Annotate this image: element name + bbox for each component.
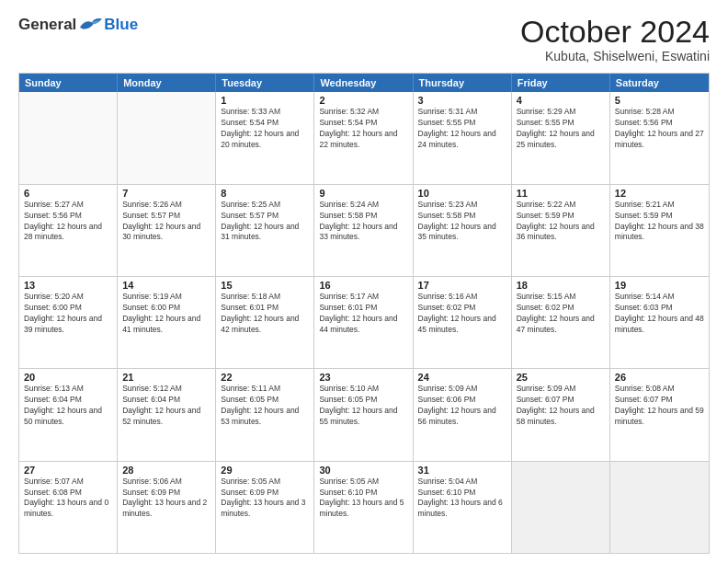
logo-bird-icon — [78, 15, 104, 35]
logo-blue: Blue — [104, 16, 138, 34]
day-number: 24 — [418, 372, 506, 383]
day-info: Sunrise: 5:06 AM Sunset: 6:09 PM Dayligh… — [122, 477, 210, 521]
day-number: 10 — [418, 188, 506, 199]
location: Kubuta, Shiselweni, Eswatini — [520, 49, 710, 63]
calendar-header-day: Sunday — [19, 74, 118, 92]
day-number: 7 — [122, 188, 210, 199]
day-number: 28 — [122, 465, 210, 476]
calendar-cell: 15Sunrise: 5:18 AM Sunset: 6:01 PM Dayli… — [216, 277, 314, 368]
day-info: Sunrise: 5:20 AM Sunset: 6:00 PM Dayligh… — [24, 292, 112, 336]
calendar-cell: 8Sunrise: 5:25 AM Sunset: 5:57 PM Daylig… — [216, 185, 314, 276]
day-info: Sunrise: 5:17 AM Sunset: 6:01 PM Dayligh… — [319, 292, 407, 336]
day-info: Sunrise: 5:12 AM Sunset: 6:04 PM Dayligh… — [122, 384, 210, 428]
calendar-cell: 18Sunrise: 5:15 AM Sunset: 6:02 PM Dayli… — [512, 277, 610, 368]
day-number: 1 — [221, 95, 309, 106]
calendar-cell: 6Sunrise: 5:27 AM Sunset: 5:56 PM Daylig… — [19, 185, 118, 276]
day-info: Sunrise: 5:08 AM Sunset: 6:07 PM Dayligh… — [615, 384, 704, 428]
logo-general: General — [18, 16, 76, 34]
day-info: Sunrise: 5:22 AM Sunset: 5:59 PM Dayligh… — [517, 200, 605, 244]
calendar-cell: 2Sunrise: 5:32 AM Sunset: 5:54 PM Daylig… — [314, 92, 413, 183]
page: General Blue October 2024 Kubuta, Shisel… — [0, 0, 728, 563]
day-number: 4 — [517, 95, 605, 106]
day-info: Sunrise: 5:09 AM Sunset: 6:06 PM Dayligh… — [418, 384, 506, 428]
day-number: 26 — [615, 372, 704, 383]
day-number: 20 — [24, 372, 112, 383]
header: General Blue October 2024 Kubuta, Shisel… — [18, 15, 710, 63]
calendar-cell: 26Sunrise: 5:08 AM Sunset: 6:07 PM Dayli… — [610, 369, 709, 460]
calendar-cell: 22Sunrise: 5:11 AM Sunset: 6:05 PM Dayli… — [216, 369, 314, 460]
calendar: SundayMondayTuesdayWednesdayThursdayFrid… — [18, 73, 710, 554]
day-number: 22 — [221, 372, 309, 383]
calendar-cell — [19, 92, 118, 183]
day-number: 30 — [319, 465, 407, 476]
calendar-body: 1Sunrise: 5:33 AM Sunset: 5:54 PM Daylig… — [19, 92, 709, 553]
calendar-cell — [512, 462, 610, 553]
calendar-header-day: Monday — [118, 74, 216, 92]
day-number: 18 — [517, 280, 605, 291]
calendar-cell: 9Sunrise: 5:24 AM Sunset: 5:58 PM Daylig… — [314, 185, 413, 276]
day-info: Sunrise: 5:33 AM Sunset: 5:54 PM Dayligh… — [221, 107, 309, 151]
calendar-cell: 24Sunrise: 5:09 AM Sunset: 6:06 PM Dayli… — [414, 369, 512, 460]
calendar-cell: 23Sunrise: 5:10 AM Sunset: 6:05 PM Dayli… — [314, 369, 413, 460]
day-number: 25 — [517, 372, 605, 383]
day-number: 12 — [615, 188, 704, 199]
day-info: Sunrise: 5:16 AM Sunset: 6:02 PM Dayligh… — [418, 292, 506, 336]
day-number: 29 — [221, 465, 309, 476]
day-info: Sunrise: 5:25 AM Sunset: 5:57 PM Dayligh… — [221, 200, 309, 244]
calendar-cell: 28Sunrise: 5:06 AM Sunset: 6:09 PM Dayli… — [118, 462, 216, 553]
day-info: Sunrise: 5:31 AM Sunset: 5:55 PM Dayligh… — [418, 107, 506, 151]
day-info: Sunrise: 5:19 AM Sunset: 6:00 PM Dayligh… — [122, 292, 210, 336]
calendar-cell: 17Sunrise: 5:16 AM Sunset: 6:02 PM Dayli… — [414, 277, 512, 368]
day-number: 19 — [615, 280, 704, 291]
calendar-cell: 20Sunrise: 5:13 AM Sunset: 6:04 PM Dayli… — [19, 369, 118, 460]
calendar-header: SundayMondayTuesdayWednesdayThursdayFrid… — [19, 74, 709, 92]
calendar-header-day: Thursday — [414, 74, 512, 92]
calendar-cell: 11Sunrise: 5:22 AM Sunset: 5:59 PM Dayli… — [512, 185, 610, 276]
day-info: Sunrise: 5:05 AM Sunset: 6:10 PM Dayligh… — [319, 477, 407, 521]
day-info: Sunrise: 5:14 AM Sunset: 6:03 PM Dayligh… — [615, 292, 704, 336]
day-info: Sunrise: 5:21 AM Sunset: 5:59 PM Dayligh… — [615, 200, 704, 244]
day-info: Sunrise: 5:24 AM Sunset: 5:58 PM Dayligh… — [319, 200, 407, 244]
calendar-cell: 7Sunrise: 5:26 AM Sunset: 5:57 PM Daylig… — [118, 185, 216, 276]
calendar-week-row: 6Sunrise: 5:27 AM Sunset: 5:56 PM Daylig… — [19, 184, 709, 276]
day-number: 16 — [319, 280, 407, 291]
calendar-cell: 19Sunrise: 5:14 AM Sunset: 6:03 PM Dayli… — [610, 277, 709, 368]
calendar-cell: 25Sunrise: 5:09 AM Sunset: 6:07 PM Dayli… — [512, 369, 610, 460]
calendar-header-day: Saturday — [610, 74, 709, 92]
month-title: October 2024 — [520, 15, 710, 49]
day-number: 15 — [221, 280, 309, 291]
calendar-week-row: 20Sunrise: 5:13 AM Sunset: 6:04 PM Dayli… — [19, 368, 709, 460]
calendar-cell: 1Sunrise: 5:33 AM Sunset: 5:54 PM Daylig… — [216, 92, 314, 183]
day-number: 3 — [418, 95, 506, 106]
calendar-header-day: Friday — [512, 74, 610, 92]
day-info: Sunrise: 5:26 AM Sunset: 5:57 PM Dayligh… — [122, 200, 210, 244]
day-info: Sunrise: 5:09 AM Sunset: 6:07 PM Dayligh… — [517, 384, 605, 428]
title-block: October 2024 Kubuta, Shiselweni, Eswatin… — [520, 15, 710, 63]
calendar-cell: 29Sunrise: 5:05 AM Sunset: 6:09 PM Dayli… — [216, 462, 314, 553]
calendar-cell: 12Sunrise: 5:21 AM Sunset: 5:59 PM Dayli… — [610, 185, 709, 276]
day-info: Sunrise: 5:29 AM Sunset: 5:55 PM Dayligh… — [517, 107, 605, 151]
calendar-cell: 10Sunrise: 5:23 AM Sunset: 5:58 PM Dayli… — [414, 185, 512, 276]
calendar-cell — [118, 92, 216, 183]
calendar-cell: 5Sunrise: 5:28 AM Sunset: 5:56 PM Daylig… — [610, 92, 709, 183]
day-info: Sunrise: 5:28 AM Sunset: 5:56 PM Dayligh… — [615, 107, 704, 151]
day-number: 31 — [418, 465, 506, 476]
day-info: Sunrise: 5:11 AM Sunset: 6:05 PM Dayligh… — [221, 384, 309, 428]
calendar-cell: 13Sunrise: 5:20 AM Sunset: 6:00 PM Dayli… — [19, 277, 118, 368]
logo: General Blue — [18, 15, 138, 35]
calendar-header-day: Tuesday — [216, 74, 314, 92]
calendar-week-row: 27Sunrise: 5:07 AM Sunset: 6:08 PM Dayli… — [19, 461, 709, 553]
calendar-week-row: 1Sunrise: 5:33 AM Sunset: 5:54 PM Daylig… — [19, 92, 709, 183]
calendar-cell: 14Sunrise: 5:19 AM Sunset: 6:00 PM Dayli… — [118, 277, 216, 368]
day-number: 9 — [319, 188, 407, 199]
day-info: Sunrise: 5:23 AM Sunset: 5:58 PM Dayligh… — [418, 200, 506, 244]
calendar-cell: 16Sunrise: 5:17 AM Sunset: 6:01 PM Dayli… — [314, 277, 413, 368]
day-number: 14 — [122, 280, 210, 291]
calendar-cell: 21Sunrise: 5:12 AM Sunset: 6:04 PM Dayli… — [118, 369, 216, 460]
day-number: 8 — [221, 188, 309, 199]
day-number: 13 — [24, 280, 112, 291]
calendar-week-row: 13Sunrise: 5:20 AM Sunset: 6:00 PM Dayli… — [19, 276, 709, 368]
day-number: 5 — [615, 95, 704, 106]
calendar-cell: 27Sunrise: 5:07 AM Sunset: 6:08 PM Dayli… — [19, 462, 118, 553]
day-info: Sunrise: 5:07 AM Sunset: 6:08 PM Dayligh… — [24, 477, 112, 521]
